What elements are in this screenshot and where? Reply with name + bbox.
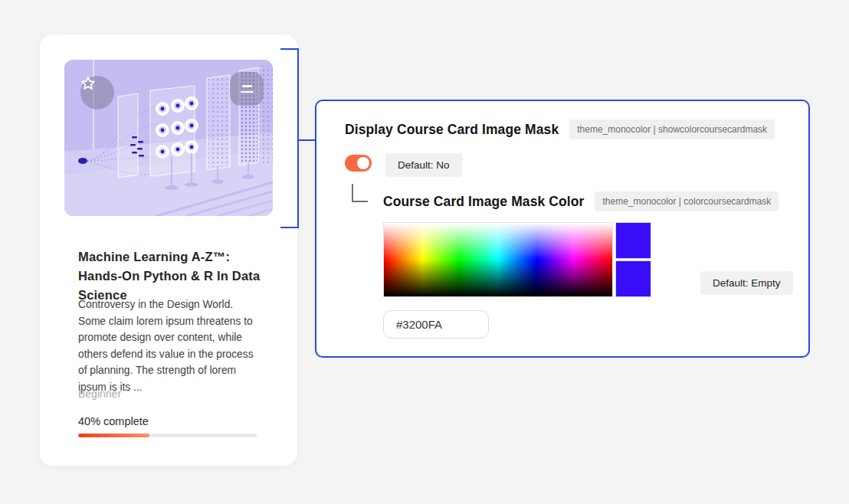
bracket-connector-line [299, 139, 316, 141]
progress-fill [78, 434, 149, 437]
progress-label: 40% complete [78, 415, 149, 427]
bracket-vertical-line [297, 48, 299, 228]
setting-title-display-mask: Display Course Card Image Mask [345, 122, 559, 138]
color-picker-gradient[interactable] [383, 222, 613, 297]
course-image [64, 60, 273, 216]
setting-key-badge: theme_monocolor | colorcoursecardmask [595, 191, 779, 211]
course-level: Beginner [78, 388, 121, 400]
hex-color-input[interactable] [383, 310, 489, 339]
setting-key-badge: theme_monocolor | showcolorcoursecardmas… [569, 119, 775, 139]
favorite-button[interactable] [80, 76, 114, 110]
progress-bar [78, 434, 257, 437]
color-swatch[interactable] [615, 222, 651, 259]
card-menu-button[interactable] [230, 72, 264, 106]
mask-toggle[interactable] [345, 155, 372, 172]
sub-setting-connector [352, 184, 368, 202]
default-value-badge: Default: Empty [700, 271, 793, 295]
star-icon [80, 76, 96, 91]
course-description: Controversy in the Design World. Some cl… [78, 296, 264, 395]
course-card[interactable]: Machine Learning A-Z™: Hands-On Python &… [40, 34, 297, 466]
settings-panel: Display Course Card Image Mask theme_mon… [315, 100, 810, 358]
bracket-top-line [280, 48, 297, 50]
setting-title-mask-color: Course Card Image Mask Color [383, 194, 584, 210]
filter-icon [241, 85, 254, 93]
default-value-badge: Default: No [385, 153, 462, 177]
color-swatch[interactable] [615, 260, 651, 297]
bracket-bottom-line [280, 227, 297, 228]
toggle-knob [357, 157, 369, 169]
